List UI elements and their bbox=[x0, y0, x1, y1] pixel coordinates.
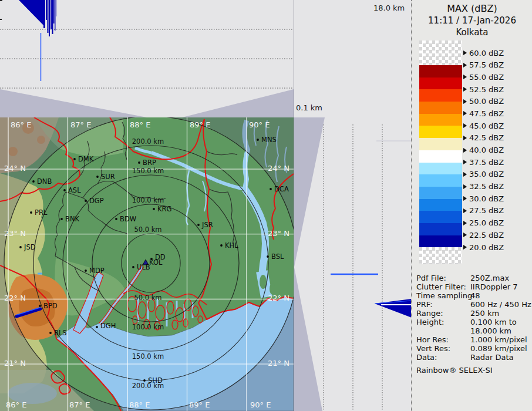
tick-label: 40.0 dBZ bbox=[469, 146, 504, 154]
colorbar-tick: 60.0 dBZ bbox=[463, 48, 504, 58]
metadata-value: 48 bbox=[470, 291, 480, 300]
lon-label-top: 86° E bbox=[11, 120, 31, 129]
city-label: BRP bbox=[143, 159, 156, 167]
colorbar-band bbox=[419, 235, 462, 248]
height-axis-min-label: 0.1 km bbox=[296, 103, 322, 112]
city-dot bbox=[49, 332, 52, 334]
city-label: BNK bbox=[65, 215, 79, 223]
city-dot bbox=[270, 188, 272, 190]
tick-label: 42.5 dBZ bbox=[469, 133, 504, 142]
tick-arrow-icon bbox=[463, 233, 467, 237]
blind-zone-wedge-right bbox=[182, 89, 294, 117]
metadata-label: Time sampling: bbox=[416, 291, 475, 300]
colorbar-band bbox=[419, 65, 462, 78]
tick-label: 35.0 dBZ bbox=[469, 170, 504, 178]
colorbar-band bbox=[419, 78, 462, 90]
lon-label-top: 87° E bbox=[70, 120, 91, 129]
tick-arrow-icon bbox=[463, 123, 467, 128]
tick-label: 57.5 dBZ bbox=[469, 60, 504, 69]
city-dot bbox=[257, 139, 259, 141]
tick-label: 27.5 dBZ bbox=[469, 206, 504, 215]
top-projection-plot bbox=[0, 0, 294, 117]
city-dot bbox=[19, 246, 22, 248]
metadata-value: 250 km bbox=[470, 309, 499, 318]
colorbar-band bbox=[419, 89, 462, 102]
lat-label-right: 22° N bbox=[268, 294, 289, 302]
city-label: PRL bbox=[35, 208, 48, 217]
metadata-row: Height:0.100 km to bbox=[416, 318, 531, 326]
city-label: BPD bbox=[43, 302, 58, 310]
lon-label-top: 88° E bbox=[130, 120, 150, 129]
city-label: ULB bbox=[137, 263, 150, 271]
city-dot bbox=[96, 326, 98, 328]
city-label: MNS bbox=[261, 136, 277, 144]
colorbar-band bbox=[419, 102, 462, 114]
colorbar-band bbox=[419, 163, 462, 175]
metadata-value: IIRDoppler 7 bbox=[470, 282, 518, 291]
metadata-row: Clutter Filter:IIRDoppler 7 bbox=[416, 282, 531, 291]
tick-label: 37.5 dBZ bbox=[469, 158, 504, 167]
city-label: BLS bbox=[54, 329, 67, 337]
tick-label: 20.0 dBZ bbox=[469, 243, 504, 252]
metadata-label: Pdf File: bbox=[416, 274, 446, 282]
metadata-value: 600 Hz / 450 Hz bbox=[470, 300, 531, 309]
legend-title: MAX (dBZ) bbox=[412, 3, 532, 14]
metadata-row: Time sampling:48 bbox=[416, 291, 531, 300]
colorbar-band bbox=[419, 174, 462, 187]
city-dot bbox=[32, 180, 35, 183]
tick-arrow-icon bbox=[463, 50, 467, 55]
right-projection-plot bbox=[294, 117, 412, 411]
range-ring-label: 50.0 km bbox=[134, 225, 161, 234]
city-dot bbox=[143, 379, 146, 382]
tick-label: 25.0 dBZ bbox=[469, 218, 504, 227]
city-dot bbox=[96, 176, 99, 178]
legend-footer: Rainbow® SELEX-SI bbox=[416, 366, 531, 375]
colorbar-band bbox=[419, 138, 462, 150]
city-label: SUR bbox=[101, 173, 115, 181]
map-panel[interactable]: 86° E86° E87° E87° E88° E88° E89° E89° E… bbox=[0, 117, 294, 411]
colorbar-tick: 37.5 dBZ bbox=[463, 157, 504, 167]
range-ring-label: 100.0 km bbox=[132, 323, 164, 331]
metadata-value: 18.000 km bbox=[470, 326, 511, 335]
lat-label-right: 23° N bbox=[268, 229, 289, 238]
radar-map[interactable]: 86° E86° E87° E87° E88° E88° E89° E89° E… bbox=[0, 117, 294, 411]
legend-datetime: 11:11 / 17-Jan-2026 bbox=[412, 15, 532, 26]
colorbar-band bbox=[419, 126, 462, 138]
blind-zone-wedge-bottom bbox=[294, 267, 322, 411]
lon-label-bottom: 90° E bbox=[250, 400, 271, 409]
city-dot bbox=[60, 218, 63, 220]
tick-arrow-icon bbox=[463, 184, 467, 189]
range-ring-label: 150.0 km bbox=[132, 352, 164, 361]
right-projection-panel bbox=[294, 117, 412, 411]
colorbar-tick: 27.5 dBZ bbox=[463, 206, 504, 215]
city-label: KOL bbox=[149, 258, 163, 267]
city-dot bbox=[115, 218, 117, 220]
city-label: ASL bbox=[68, 186, 81, 194]
city-label: DNB bbox=[37, 177, 52, 186]
city-dot bbox=[197, 224, 200, 226]
axis-ticks bbox=[0, 1, 2, 19]
echo-projection-right bbox=[331, 274, 412, 318]
lat-label-left: 24° N bbox=[4, 164, 26, 173]
colorbar-band bbox=[419, 223, 462, 235]
city-dot bbox=[63, 189, 66, 191]
colorbar-tick: 45.0 dBZ bbox=[463, 121, 504, 130]
tick-label: 32.5 dBZ bbox=[469, 182, 504, 191]
tick-label: 45.0 dBZ bbox=[469, 122, 504, 130]
metadata-value: Radar Data bbox=[470, 353, 513, 362]
height-gridlines-vertical bbox=[324, 124, 382, 411]
metadata-row: Hor Res:1.000 km/pixel bbox=[416, 335, 531, 344]
colorbar-band bbox=[419, 211, 462, 223]
tick-arrow-icon bbox=[463, 63, 467, 68]
city-label: JSD bbox=[23, 243, 36, 251]
city-dot bbox=[267, 255, 269, 258]
metadata-row: Vert Res:0.089 km/pixel bbox=[416, 344, 531, 353]
city-label: KHL bbox=[225, 241, 238, 250]
colorbar-tick: 40.0 dBZ bbox=[463, 146, 504, 155]
colorbar-checker-below-min bbox=[419, 247, 462, 264]
range-ring-label: 50.0 km bbox=[134, 294, 161, 302]
colorbar-tick: 20.0 dBZ bbox=[463, 242, 504, 252]
tick-arrow-icon bbox=[463, 148, 467, 153]
city-dot bbox=[132, 266, 134, 268]
colorbar bbox=[419, 41, 462, 264]
